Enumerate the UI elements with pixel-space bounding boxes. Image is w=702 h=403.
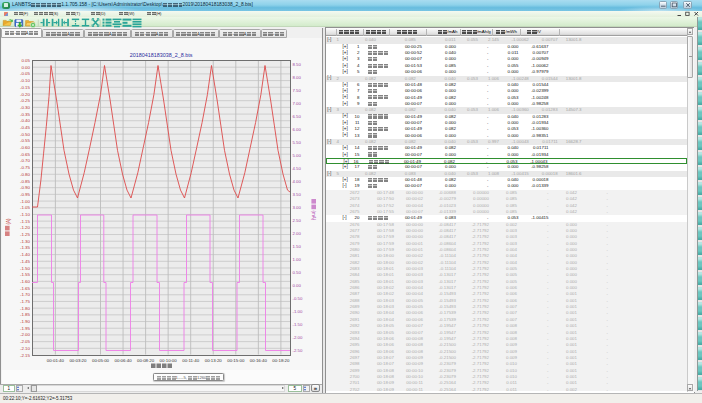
svg-text:-0.25: -0.25	[20, 98, 31, 103]
svg-text:-0.20: -0.20	[20, 92, 31, 97]
svg-text:-1.25: -1.25	[20, 232, 31, 237]
svg-text:-0.30: -0.30	[20, 105, 31, 110]
svg-text:-1.70: -1.70	[20, 292, 31, 297]
svg-text:00:08:20: 00:08:20	[137, 358, 155, 363]
svg-text:(A): (A)	[6, 218, 11, 225]
svg-text:6.50: 6.50	[293, 114, 302, 119]
svg-text:-1.10: -1.10	[20, 212, 31, 217]
svg-text:0.05: 0.05	[21, 58, 30, 63]
svg-text:-1.00: -1.00	[293, 309, 303, 314]
svg-text:8.50: 8.50	[293, 62, 302, 67]
svg-text:-0.50: -0.50	[293, 296, 303, 301]
svg-text:7.50: 7.50	[293, 88, 302, 93]
svg-text:2.50: 2.50	[293, 218, 302, 223]
svg-text:-1.80: -1.80	[20, 306, 31, 311]
svg-text:20180418183038_2_8.bts: 20180418183038_2_8.bts	[130, 52, 193, 58]
svg-text:00:10:00: 00:10:00	[160, 358, 178, 363]
svg-text:-1.95: -1.95	[20, 326, 31, 331]
svg-text:-2.15: -2.15	[20, 353, 31, 358]
svg-text:-0.50: -0.50	[20, 132, 31, 137]
svg-text:0.50: 0.50	[293, 270, 302, 275]
svg-text:-0.40: -0.40	[20, 118, 31, 123]
svg-text:-1.65: -1.65	[20, 286, 31, 291]
svg-text:-2.00: -2.00	[20, 332, 31, 337]
svg-text:2.00: 2.00	[293, 231, 302, 236]
svg-text:5.50: 5.50	[293, 140, 302, 145]
svg-text:-2.10: -2.10	[20, 346, 31, 351]
svg-text:00:11:40: 00:11:40	[182, 358, 199, 363]
svg-text:-0.85: -0.85	[20, 179, 31, 184]
svg-text:00:13:20: 00:13:20	[205, 358, 223, 363]
svg-text:-0.15: -0.15	[20, 85, 31, 90]
svg-text:-0.45: -0.45	[20, 125, 31, 130]
svg-text:-0.60: -0.60	[20, 145, 31, 150]
svg-text:-1.50: -1.50	[20, 266, 31, 271]
svg-text:(mA): (mA)	[311, 211, 316, 221]
svg-text:-1.90: -1.90	[20, 319, 31, 324]
svg-text:3.50: 3.50	[293, 192, 302, 197]
svg-text:-0.05: -0.05	[20, 71, 31, 76]
svg-text:-0.80: -0.80	[20, 172, 31, 177]
svg-text:-1.85: -1.85	[20, 312, 31, 317]
svg-text:4.50: 4.50	[293, 166, 302, 171]
svg-text:-2.50: -2.50	[293, 348, 303, 353]
svg-text:-1.60: -1.60	[20, 279, 31, 284]
svg-text:00:01:40: 00:01:40	[47, 358, 65, 363]
svg-text:-1.35: -1.35	[20, 245, 31, 250]
svg-text:-1.05: -1.05	[20, 205, 31, 210]
svg-text:-1.50: -1.50	[293, 322, 303, 327]
svg-text:-2.05: -2.05	[20, 339, 31, 344]
svg-text:00:05:00: 00:05:00	[92, 358, 110, 363]
svg-text:3.00: 3.00	[293, 205, 302, 210]
svg-text:00:06:40: 00:06:40	[115, 358, 133, 363]
svg-text:-1.15: -1.15	[20, 219, 31, 224]
svg-text:-1.55: -1.55	[20, 272, 31, 277]
svg-text:-1.30: -1.30	[20, 239, 31, 244]
svg-text:-0.65: -0.65	[20, 152, 31, 157]
svg-text:-0.90: -0.90	[20, 185, 31, 190]
svg-text:1.00: 1.00	[293, 257, 302, 262]
svg-text:-1.00: -1.00	[20, 199, 31, 204]
svg-text:-1.40: -1.40	[20, 252, 31, 257]
svg-text:00:18:20: 00:18:20	[272, 358, 290, 363]
svg-text:-0.95: -0.95	[20, 192, 31, 197]
svg-text:7.00: 7.00	[293, 101, 302, 106]
svg-text:-0.55: -0.55	[20, 138, 31, 143]
svg-text:-1.75: -1.75	[20, 299, 31, 304]
svg-text:0.00: 0.00	[21, 65, 30, 70]
svg-text:-1.45: -1.45	[20, 259, 31, 264]
svg-text:0.00: 0.00	[293, 283, 302, 288]
svg-text:-0.10: -0.10	[20, 78, 31, 83]
svg-text:6.00: 6.00	[293, 127, 302, 132]
svg-text:4.00: 4.00	[293, 179, 302, 184]
svg-text:-0.35: -0.35	[20, 112, 31, 117]
svg-text:-1.20: -1.20	[20, 225, 31, 230]
svg-text:1.50: 1.50	[293, 244, 302, 249]
svg-text:-0.75: -0.75	[20, 165, 31, 170]
svg-text:00:15:00: 00:15:00	[227, 358, 245, 363]
svg-text:5.00: 5.00	[293, 153, 302, 158]
svg-text:-2.00: -2.00	[293, 335, 303, 340]
svg-text:00:03:20: 00:03:20	[69, 358, 87, 363]
svg-text:8.00: 8.00	[293, 75, 302, 80]
svg-text:00:16:40: 00:16:40	[250, 358, 268, 363]
svg-text:-0.70: -0.70	[20, 158, 31, 163]
